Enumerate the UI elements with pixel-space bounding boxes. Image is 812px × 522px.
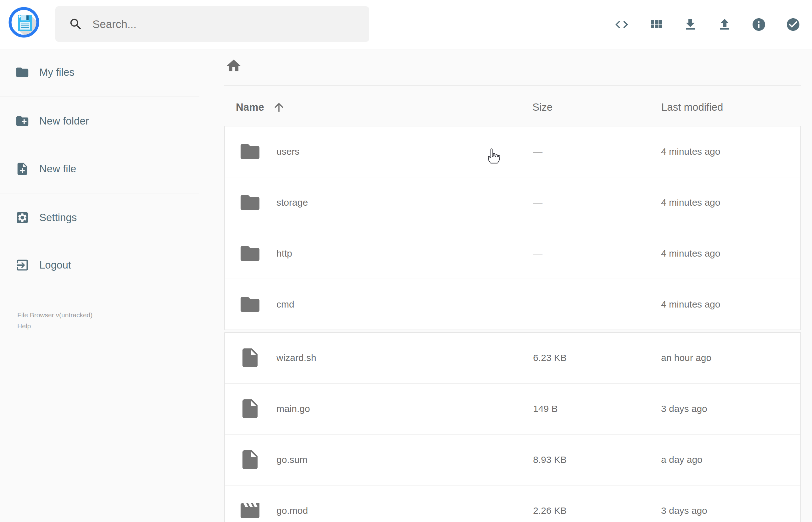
column-header-size[interactable]: Size xyxy=(532,101,552,113)
sidebar-divider xyxy=(0,97,199,97)
download-icon xyxy=(683,17,698,32)
app-version: File Browser v(untracked) xyxy=(17,309,93,320)
download-button[interactable] xyxy=(683,17,698,32)
file-size: — xyxy=(533,248,543,259)
file-size: 149 B xyxy=(533,403,557,414)
file-size: — xyxy=(533,146,543,157)
sidebar-item-my-files[interactable]: My files xyxy=(0,58,199,87)
topbar xyxy=(0,0,812,49)
folder-row-storage[interactable]: storage — 4 minutes ago xyxy=(225,177,800,228)
file-icon xyxy=(239,448,261,471)
folder-icon xyxy=(239,140,261,163)
file-modified: an hour ago xyxy=(661,353,711,363)
new-file-icon xyxy=(15,162,29,176)
file-size: 6.23 KB xyxy=(533,353,567,363)
sidebar-item-label: Settings xyxy=(39,212,77,224)
column-name-label: Name xyxy=(236,101,264,113)
file-name: storage xyxy=(277,197,308,208)
file-modified: 3 days ago xyxy=(661,505,707,516)
grid-view-icon xyxy=(648,17,664,32)
upload-button[interactable] xyxy=(717,17,732,32)
file-name: go.sum xyxy=(277,455,307,465)
info-button[interactable] xyxy=(751,17,766,32)
topbar-actions xyxy=(614,0,801,49)
shell-button[interactable] xyxy=(614,17,629,32)
sidebar-item-label: My files xyxy=(39,66,75,78)
movie-file-icon xyxy=(239,499,261,522)
folder-row-cmd[interactable]: cmd — 4 minutes ago xyxy=(225,279,800,329)
folder-row-http[interactable]: http — 4 minutes ago xyxy=(225,228,800,279)
file-row-main-go[interactable]: main.go 149 B 3 days ago xyxy=(225,384,800,435)
sidebar-item-label: New folder xyxy=(39,115,89,127)
sidebar-item-new-file[interactable]: New file xyxy=(0,154,199,184)
file-row-go-mod[interactable]: go.mod 2.26 KB 3 days ago xyxy=(225,485,800,522)
files-list: wizard.sh 6.23 KB an hour ago main.go 14… xyxy=(224,332,801,522)
breadcrumb-divider xyxy=(224,85,801,86)
sidebar-item-label: Logout xyxy=(39,259,71,271)
search-input[interactable] xyxy=(92,18,351,31)
folder-row-users[interactable]: users — 4 minutes ago xyxy=(225,126,800,177)
sidebar-item-label: New file xyxy=(39,163,76,175)
arrow-up-icon xyxy=(272,101,286,114)
file-size: — xyxy=(533,197,543,208)
info-icon xyxy=(751,17,766,32)
column-header-name[interactable]: Name xyxy=(236,101,286,114)
sidebar-item-new-folder[interactable]: New folder xyxy=(0,106,199,136)
file-row-go-sum[interactable]: go.sum 8.93 KB a day ago xyxy=(225,435,800,485)
filebrowser-logo[interactable] xyxy=(8,6,40,38)
file-modified: 4 minutes ago xyxy=(661,146,720,157)
code-icon xyxy=(614,17,629,32)
help-link[interactable]: Help xyxy=(17,320,93,332)
folders-list: users — 4 minutes ago storage — 4 minute… xyxy=(224,126,801,330)
logout-icon xyxy=(15,258,29,272)
file-modified: 4 minutes ago xyxy=(661,248,720,259)
file-size: — xyxy=(533,299,543,310)
file-modified: 4 minutes ago xyxy=(661,299,720,310)
file-name: main.go xyxy=(277,403,310,414)
settings-icon xyxy=(15,210,29,225)
sidebar-divider xyxy=(0,193,199,194)
folder-icon xyxy=(15,65,29,80)
sidebar-item-logout[interactable]: Logout xyxy=(0,250,199,280)
check-circle-icon xyxy=(786,17,801,32)
select-multiple-button[interactable] xyxy=(786,17,801,32)
file-modified: 4 minutes ago xyxy=(661,197,720,208)
column-header-modified[interactable]: Last modified xyxy=(662,101,723,113)
file-icon xyxy=(239,346,261,369)
search-icon xyxy=(68,17,83,32)
file-name: go.mod xyxy=(277,505,308,516)
upload-icon xyxy=(717,17,732,32)
breadcrumb-home-button[interactable] xyxy=(225,58,242,74)
sidebar-footer: File Browser v(untracked) Help xyxy=(17,309,93,332)
file-row-wizard-sh[interactable]: wizard.sh 6.23 KB an hour ago xyxy=(225,333,800,384)
listing-header: Name Size Last modified xyxy=(224,99,801,115)
file-size: 8.93 KB xyxy=(533,455,567,465)
file-size: 2.26 KB xyxy=(533,505,567,516)
file-name: users xyxy=(277,146,299,157)
file-icon xyxy=(239,398,261,420)
sidebar-item-settings[interactable]: Settings xyxy=(0,203,199,233)
folder-icon xyxy=(239,191,261,214)
folder-icon xyxy=(239,242,261,265)
home-icon xyxy=(225,58,242,74)
file-modified: a day ago xyxy=(661,455,703,465)
file-name: cmd xyxy=(277,299,295,310)
switch-view-button[interactable] xyxy=(648,17,664,32)
file-name: http xyxy=(277,248,292,259)
file-name: wizard.sh xyxy=(277,353,317,363)
folder-icon xyxy=(239,293,261,316)
filebrowser-app: { "app": { "name": "File Browser" }, "to… xyxy=(0,0,812,522)
file-modified: 3 days ago xyxy=(661,403,707,414)
new-folder-icon xyxy=(15,114,29,128)
search-bar xyxy=(55,6,369,42)
